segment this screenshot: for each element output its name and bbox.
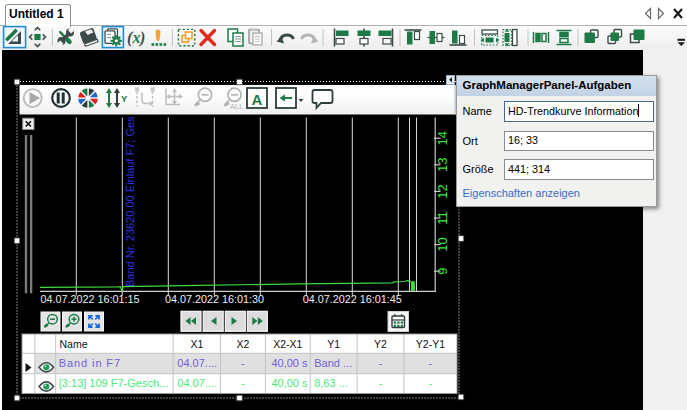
svg-text:04.07.2022 16:01:15: 04.07.2022 16:01:15 xyxy=(40,292,139,304)
svg-text:Y2: Y2 xyxy=(374,337,387,349)
svg-text:-: - xyxy=(241,376,245,388)
svg-text:[3:13] 109 F7-Gesch...: [3:13] 109 F7-Gesch... xyxy=(59,376,168,388)
svg-text:Band ...: Band ... xyxy=(314,357,352,369)
svg-text:11: 11 xyxy=(435,211,450,225)
svg-text:X2: X2 xyxy=(236,337,249,349)
svg-text:A: A xyxy=(252,90,263,107)
svg-text:40,00 s: 40,00 s xyxy=(271,357,308,369)
svg-text:Y2-Y1: Y2-Y1 xyxy=(416,337,445,349)
svg-text:Y: Y xyxy=(121,93,128,104)
svg-text:ALL: ALL xyxy=(230,102,243,111)
svg-text:Band Nr. 23620.00 Einlauf F7;: Band Nr. 23620.00 Einlauf F7; Ges xyxy=(124,115,136,286)
svg-text:X2-X1: X2-X1 xyxy=(273,337,302,349)
svg-text:): ) xyxy=(138,29,145,47)
svg-text:X1: X1 xyxy=(190,337,203,349)
svg-text:04.07....: 04.07.... xyxy=(177,357,217,369)
svg-text:40,00 s: 40,00 s xyxy=(271,376,308,388)
svg-text:-: - xyxy=(429,376,433,388)
svg-text:14: 14 xyxy=(435,130,450,144)
svg-text:-: - xyxy=(429,357,433,369)
svg-text:10: 10 xyxy=(435,237,450,251)
svg-text:-: - xyxy=(379,376,383,388)
svg-text:04.07....: 04.07.... xyxy=(177,376,217,388)
svg-text:-: - xyxy=(379,357,383,369)
svg-text:Band in F7: Band in F7 xyxy=(59,357,121,369)
svg-text:04.07.2022 16:01:30: 04.07.2022 16:01:30 xyxy=(165,292,264,304)
svg-text:8,63 ...: 8,63 ... xyxy=(314,376,348,388)
svg-text:Y1: Y1 xyxy=(327,337,340,349)
svg-text:13: 13 xyxy=(435,157,450,171)
svg-text:-: - xyxy=(241,357,245,369)
svg-text:Name: Name xyxy=(60,337,88,349)
svg-text:12: 12 xyxy=(435,184,450,198)
svg-text:9: 9 xyxy=(435,267,450,274)
svg-text:04.07.2022 16:01:45: 04.07.2022 16:01:45 xyxy=(303,292,402,304)
